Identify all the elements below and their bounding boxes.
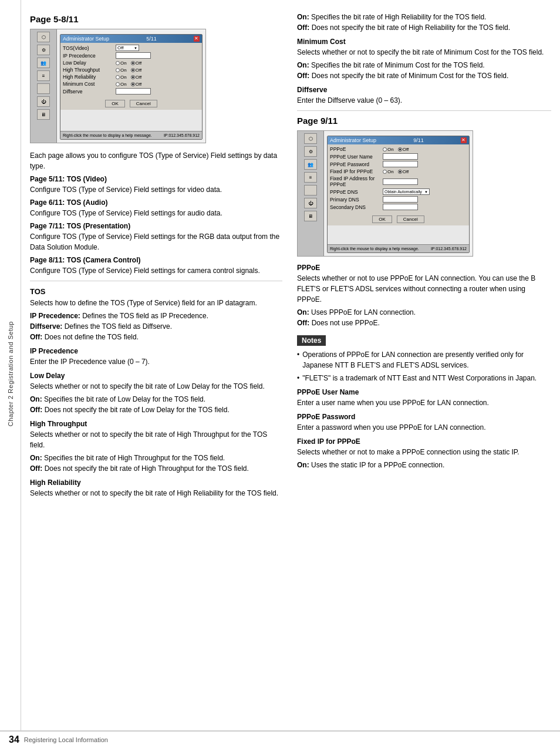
high-throughput-off-label: Off: bbox=[30, 464, 42, 473]
minimum-cost-details: On: Specifies the bit rate of Minimum Co… bbox=[297, 60, 551, 81]
dialog9-page: 9/11 bbox=[413, 137, 424, 143]
dialog5-ctrl-mincost: On Off bbox=[116, 82, 200, 87]
dialog5-page: 5/11 bbox=[146, 36, 157, 42]
dialog9-label-fixedip: Fixed IP for PPPoE bbox=[330, 169, 383, 174]
dialog9-body: PPPoE On Off bbox=[328, 144, 469, 213]
high-reliability-on-label: On: bbox=[297, 13, 309, 21]
dialog9-cancel-button[interactable]: Cancel bbox=[397, 215, 424, 223]
dialog9-row-fixedip: Fixed IP for PPPoE On Off bbox=[330, 169, 467, 174]
mincost-on-radio[interactable] bbox=[116, 82, 120, 86]
icon9-blank bbox=[304, 185, 317, 196]
dialog5-label-hrel: High Reliability bbox=[63, 74, 116, 80]
fixed-ip-addr-input[interactable] bbox=[383, 178, 418, 185]
ip-precedence-title: IP Precedence bbox=[30, 347, 282, 355]
page5-title: Page 5/11: TOS (Video) bbox=[30, 175, 107, 183]
hrel-on-radio[interactable] bbox=[116, 75, 120, 79]
dialog5-ctrl-htput: On Off bbox=[116, 68, 200, 73]
hrel-off-option[interactable]: Off bbox=[131, 75, 142, 80]
pppoe-on-radio[interactable] bbox=[383, 147, 387, 151]
icon9-list: ≡ bbox=[304, 172, 317, 183]
icon9-settings: ⚙ bbox=[304, 146, 317, 157]
htput-on-option[interactable]: On bbox=[116, 68, 127, 73]
page9-header: Page 9/11 bbox=[297, 116, 551, 126]
dialog5-statusbar: Right-click the mouse to display a help … bbox=[60, 131, 202, 139]
lowdelay-on-option[interactable]: On bbox=[116, 60, 127, 66]
fixedip-on-option[interactable]: On bbox=[383, 169, 394, 174]
mincost-off-radio[interactable] bbox=[131, 82, 135, 86]
htput-off-radio[interactable] bbox=[131, 68, 135, 72]
lowdelay-on-radio[interactable] bbox=[116, 61, 120, 65]
low-delay-on-body: Specifies the bit rate of Low Delay for … bbox=[44, 395, 205, 403]
fixedip-off-label: Off bbox=[403, 169, 409, 174]
tos-off-label: Off: bbox=[30, 333, 42, 341]
dialog9-row-password: PPPoE Password bbox=[330, 161, 467, 167]
dialog9-row-secondarydns: Secondary DNS bbox=[330, 204, 467, 210]
page-container: Chapter 2 Registration and Setup Page 5-… bbox=[0, 0, 560, 748]
fixedip-on-radio[interactable] bbox=[383, 170, 387, 174]
fixedip-off-radio[interactable] bbox=[398, 170, 402, 174]
dialog5-close[interactable]: ✕ bbox=[194, 36, 200, 42]
page7-section: Page 7/11: TOS (Presentation) Configure … bbox=[30, 221, 282, 252]
hrel-off-label: Off bbox=[136, 75, 142, 80]
icon9-power: ⏻ bbox=[304, 198, 317, 208]
chapter-label: Chapter 2 Registration and Setup bbox=[7, 321, 14, 426]
dialog9-ctrl-pppoe: On Off bbox=[383, 147, 467, 152]
dialog5-ok-button[interactable]: OK bbox=[105, 100, 125, 107]
dialog5-cancel-button[interactable]: Cancel bbox=[130, 100, 157, 107]
htput-off-option[interactable]: Off bbox=[131, 68, 142, 73]
pppoe-username-input[interactable] bbox=[383, 153, 418, 160]
mincost-on-option[interactable]: On bbox=[116, 82, 127, 87]
pppoe-off-option[interactable]: Off bbox=[398, 147, 409, 152]
hrel-on-option[interactable]: On bbox=[116, 75, 127, 80]
tos-section-title: TOS bbox=[30, 287, 282, 296]
page9-screenshot: ⬡ ⚙ 👥 ≡ ⏻ 🖥 Administrator Setup 9/11 ✕ bbox=[297, 130, 473, 257]
fixedip-off-option[interactable]: Off bbox=[398, 169, 409, 174]
page6-section: Page 6/11: TOS (Audio) Configure TOS (Ty… bbox=[30, 197, 282, 218]
dialog9-close[interactable]: ✕ bbox=[461, 137, 467, 143]
ip-precedence-input[interactable] bbox=[116, 52, 151, 59]
tos-body: Selects how to define the TOS (Type of S… bbox=[30, 298, 282, 308]
dialog9-ok-button[interactable]: OK bbox=[372, 215, 392, 223]
page7-body: Configure TOS (Type of Service) Field se… bbox=[30, 233, 279, 251]
high-throughput-title: High Throughput bbox=[30, 420, 282, 428]
dialog9-ctrl-dns: Obtain Automatically ▼ bbox=[383, 188, 467, 195]
pppoe-on-text-label: On: bbox=[297, 308, 309, 316]
minimum-cost-title: Minimum Cost bbox=[297, 38, 551, 46]
pppoe-on-option[interactable]: On bbox=[383, 147, 394, 152]
icon9-monitor: 🖥 bbox=[304, 211, 317, 221]
tos-dropdown[interactable]: Off ▼ bbox=[116, 45, 139, 51]
dialog9-status-text: Right-click the mouse to display a help … bbox=[330, 247, 419, 251]
page8-section: Page 8/11: TOS (Camera Control) Configur… bbox=[30, 255, 282, 276]
high-throughput-off-body: Does not specify the bit rate of High Th… bbox=[45, 464, 249, 473]
dialog5-row-diffserve: Diffserve bbox=[63, 88, 200, 95]
page6-body: Configure TOS (Type of Service) Field se… bbox=[30, 209, 222, 217]
lowdelay-off-radio[interactable] bbox=[131, 61, 135, 65]
mincost-on-label: On bbox=[120, 82, 127, 87]
dialog9-row-username: PPPoE User Name bbox=[330, 153, 467, 160]
high-reliability-off-label: Off: bbox=[297, 23, 309, 32]
high-reliability-body: Selects whether or not to specify the bi… bbox=[30, 488, 282, 498]
dialog5-ctrl-tos: Off ▼ bbox=[116, 45, 200, 51]
secondary-dns-input[interactable] bbox=[383, 204, 418, 210]
dialog9-label-password: PPPoE Password bbox=[330, 161, 383, 167]
high-throughput-body: Selects whether or not to specify the bi… bbox=[30, 429, 282, 450]
diffserve-input[interactable] bbox=[116, 88, 151, 95]
htput-on-radio[interactable] bbox=[116, 68, 120, 72]
page6-title: Page 6/11: TOS (Audio) bbox=[30, 198, 107, 207]
dialog5-row-lowdelay: Low Delay On Off bbox=[63, 60, 200, 66]
pppoe-password-input[interactable] bbox=[383, 161, 418, 167]
pppoe-off-text-body: Does not use PPPoE. bbox=[312, 319, 380, 327]
pppoe-off-radio[interactable] bbox=[398, 147, 402, 151]
dialog5-title: Administrator Setup bbox=[63, 36, 109, 42]
hrel-off-radio[interactable] bbox=[131, 75, 135, 79]
primary-dns-input[interactable] bbox=[383, 196, 418, 203]
dialog9-ctrl-secondarydns bbox=[383, 204, 467, 210]
dialog9-row-primarydns: Primary DNS bbox=[330, 196, 467, 203]
pppoe-dns-dropdown[interactable]: Obtain Automatically ▼ bbox=[383, 188, 430, 195]
notes-text-2: "FLET'S" is a trademark of NTT East and … bbox=[302, 373, 537, 383]
lowdelay-off-option[interactable]: Off bbox=[131, 60, 142, 66]
hrel-on-label: On bbox=[120, 75, 127, 80]
mincost-off-option[interactable]: Off bbox=[131, 82, 142, 87]
admin-dialog-page5: Administrator Setup 5/11 ✕ TOS(Video) Of… bbox=[60, 34, 203, 140]
pppoe-username-title: PPPoE User Name bbox=[297, 388, 551, 396]
